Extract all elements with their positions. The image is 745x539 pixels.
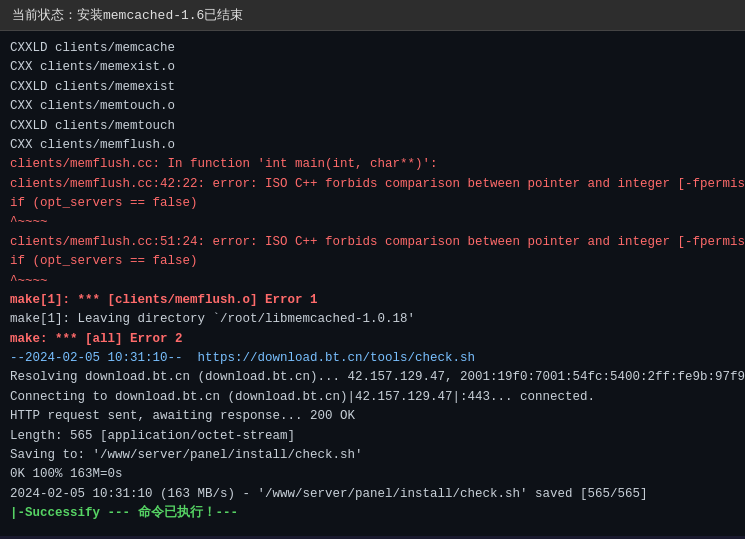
terminal-line: HTTP request sent, awaiting response... … (10, 407, 735, 426)
terminal-line: --2024-02-05 10:31:10-- https://download… (10, 349, 735, 368)
terminal-line: if (opt_servers == false) (10, 252, 735, 271)
terminal-line: CXX clients/memflush.o (10, 136, 735, 155)
terminal-output: CXXLD clients/memcacheCXX clients/memexi… (0, 31, 745, 536)
terminal-line: make[1]: *** [clients/memflush.o] Error … (10, 291, 735, 310)
terminal-line: make[1]: Leaving directory `/root/libmem… (10, 310, 735, 329)
terminal-line: CXXLD clients/memtouch (10, 117, 735, 136)
terminal-line: Connecting to download.bt.cn (download.b… (10, 388, 735, 407)
terminal-line: clients/memflush.cc:42:22: error: ISO C+… (10, 175, 735, 194)
terminal-line: ^~~~~ (10, 213, 735, 232)
terminal-line: Resolving download.bt.cn (download.bt.cn… (10, 368, 735, 387)
terminal-line: CXXLD clients/memexist (10, 78, 735, 97)
terminal-line: make: *** [all] Error 2 (10, 330, 735, 349)
terminal-line: |-Successify --- 命令已执行！--- (10, 504, 735, 523)
status-text: 当前状态：安装memcached-1.6已结束 (12, 6, 243, 24)
terminal-line: clients/memflush.cc:51:24: error: ISO C+… (10, 233, 735, 252)
terminal-line: CXX clients/memexist.o (10, 58, 735, 77)
terminal-line: 0K 100% 163M=0s (10, 465, 735, 484)
terminal-line: ^~~~~ (10, 272, 735, 291)
terminal-line: if (opt_servers == false) (10, 194, 735, 213)
terminal-line: CXX clients/memtouch.o (10, 97, 735, 116)
terminal-line: 2024-02-05 10:31:10 (163 MB/s) - '/www/s… (10, 485, 735, 504)
terminal-line: Saving to: '/www/server/panel/install/ch… (10, 446, 735, 465)
terminal-line: Length: 565 [application/octet-stream] (10, 427, 735, 446)
terminal-line: CXXLD clients/memcache (10, 39, 735, 58)
terminal-line: clients/memflush.cc: In function 'int ma… (10, 155, 735, 174)
status-bar: 当前状态：安装memcached-1.6已结束 (0, 0, 745, 31)
